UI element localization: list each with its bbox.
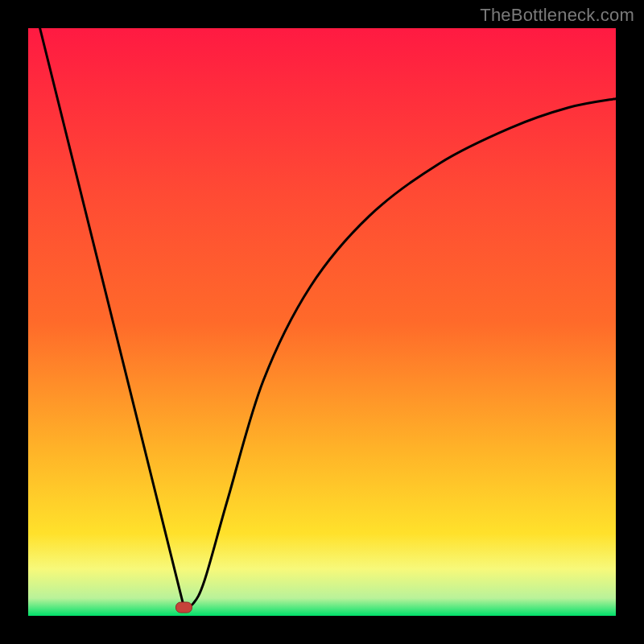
- chart-svg: [28, 28, 616, 616]
- gradient-background: [28, 28, 616, 616]
- chart-frame: TheBottleneck.com: [0, 0, 644, 644]
- watermark-text: TheBottleneck.com: [480, 5, 634, 26]
- optimum-marker: [175, 602, 192, 613]
- plot-area: [28, 28, 616, 616]
